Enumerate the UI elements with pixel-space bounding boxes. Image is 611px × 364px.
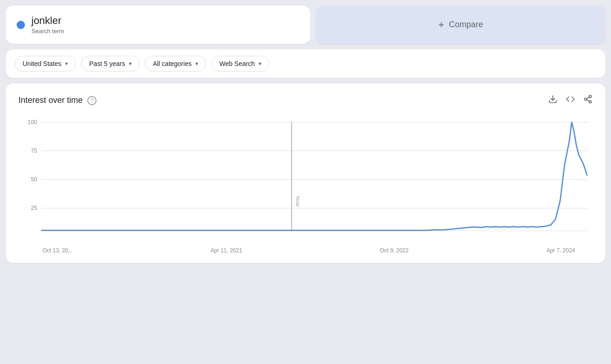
svg-text:Note: Note bbox=[295, 196, 301, 207]
chart-header: Interest over time ? bbox=[18, 95, 593, 106]
svg-line-5 bbox=[587, 97, 589, 98]
region-filter[interactable]: United States ▾ bbox=[15, 56, 76, 72]
search-term-name: jonkler bbox=[31, 15, 64, 27]
interest-over-time-card: Interest over time ? bbox=[6, 84, 605, 263]
compare-card[interactable]: + Compare bbox=[316, 6, 605, 44]
categories-filter-label: All categories bbox=[153, 60, 192, 67]
chart-area: 100 75 50 25 Note bbox=[18, 115, 593, 245]
svg-text:25: 25 bbox=[31, 205, 37, 211]
search-type-chevron-icon: ▾ bbox=[259, 60, 261, 67]
categories-chevron-icon: ▾ bbox=[195, 60, 198, 67]
search-type-filter[interactable]: Web Search ▾ bbox=[212, 56, 269, 72]
compare-label: Compare bbox=[449, 20, 483, 30]
compare-plus-icon: + bbox=[438, 19, 444, 31]
download-icon[interactable] bbox=[548, 95, 557, 106]
svg-text:75: 75 bbox=[31, 148, 37, 154]
svg-text:50: 50 bbox=[31, 176, 37, 183]
search-term-card: jonkler Search term bbox=[6, 6, 310, 44]
search-type-filter-label: Web Search bbox=[219, 60, 255, 67]
x-label-1: Apr 11, 2021 bbox=[211, 247, 242, 254]
chart-svg: 100 75 50 25 Note bbox=[18, 115, 593, 245]
chart-title: Interest over time bbox=[18, 95, 83, 105]
embed-icon[interactable] bbox=[566, 95, 575, 106]
x-label-2: Oct 9, 2022 bbox=[380, 247, 409, 254]
x-label-3: Apr 7, 2024 bbox=[546, 247, 575, 254]
x-axis-labels: Oct 13, 20... Apr 11, 2021 Oct 9, 2022 A… bbox=[18, 245, 593, 254]
time-range-filter[interactable]: Past 5 years ▾ bbox=[81, 56, 139, 72]
search-term-text: jonkler Search term bbox=[31, 15, 64, 35]
chart-actions bbox=[548, 95, 593, 106]
search-term-dot bbox=[17, 21, 25, 29]
time-range-filter-label: Past 5 years bbox=[89, 60, 125, 67]
svg-line-4 bbox=[587, 100, 589, 101]
time-range-chevron-icon: ▾ bbox=[129, 60, 132, 67]
filters-bar: United States ▾ Past 5 years ▾ All categ… bbox=[6, 49, 605, 78]
share-icon[interactable] bbox=[583, 95, 593, 106]
svg-text:100: 100 bbox=[28, 119, 37, 125]
categories-filter[interactable]: All categories ▾ bbox=[145, 56, 206, 72]
region-filter-label: United States bbox=[23, 60, 61, 67]
x-label-0: Oct 13, 20... bbox=[42, 247, 73, 254]
help-icon[interactable]: ? bbox=[87, 96, 97, 105]
chart-title-row: Interest over time ? bbox=[18, 95, 97, 105]
region-chevron-icon: ▾ bbox=[65, 60, 68, 67]
search-term-label: Search term bbox=[31, 28, 64, 35]
